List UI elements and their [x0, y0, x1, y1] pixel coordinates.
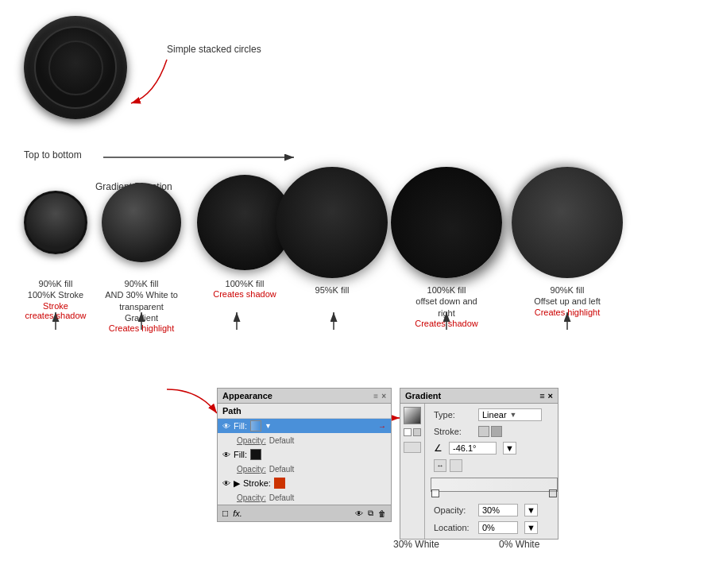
gradient-preview-col — [400, 404, 425, 539]
fill-arrow-indicator: → — [378, 422, 386, 431]
type-dropdown-arrow: ▼ — [510, 411, 517, 419]
visibility-eye-3[interactable]: 👁 — [222, 479, 230, 488]
panel-dup-btn[interactable]: ⧉ — [368, 509, 373, 518]
opacity-label-2: Opacity: — [237, 465, 266, 474]
gradient-collapse-btn[interactable]: ≡ — [539, 391, 544, 400]
fill-dropdown-1[interactable]: ▼ — [265, 422, 272, 430]
gradient-icon-row — [404, 428, 421, 436]
trans-stop-icon — [413, 428, 421, 436]
reverse-icon-1[interactable]: ↔ — [434, 459, 446, 472]
opacity-label-1: Opacity: — [237, 436, 266, 445]
circle-1-label: 90%K fill100%K Stroke — [28, 278, 83, 301]
circle-3-red-label: Creates shadow — [213, 289, 276, 299]
fill-swatch-2 — [250, 449, 261, 460]
opacity-g-value: 30% — [482, 505, 500, 515]
angle-dropdown[interactable]: ▼ — [503, 442, 516, 455]
stroke-g-row: Stroke: — [427, 424, 561, 439]
circle-5-group: 100%K filloffset down and right Creates … — [391, 167, 502, 328]
gradient-stop-left[interactable] — [431, 489, 439, 497]
reverse-row: ↔ — [427, 457, 561, 474]
gradient-settings: Type: Linear ▼ Stroke: ∠ -4 — [425, 404, 563, 539]
panel-eye-btn[interactable]: 👁 — [355, 509, 363, 518]
stroke-icons — [478, 426, 502, 437]
opacity-value-2: Default — [269, 465, 295, 474]
stroke-g-label: Stroke: — [434, 427, 473, 436]
stroke-swatch — [274, 478, 285, 489]
gradient-bar — [431, 478, 558, 492]
location-dropdown[interactable]: ▼ — [524, 521, 538, 534]
label-top-to-bottom: Top to bottom — [24, 149, 82, 161]
location-row: Location: 0% ▼ — [427, 519, 561, 536]
circle-2 — [102, 183, 181, 262]
stroke-icon-2 — [491, 426, 502, 437]
stroke-row[interactable]: 👁 ▶ Stroke: — [218, 476, 391, 490]
location-label: Location: — [434, 523, 473, 532]
path-label: Path — [222, 406, 242, 416]
main-container: Simple stacked circles Top to bottom Gra… — [0, 0, 715, 588]
visibility-eye-1[interactable]: 👁 — [222, 422, 230, 431]
circle-5-label: 100%K filloffset down and right — [407, 284, 486, 319]
panel-path-row: Path — [218, 404, 391, 419]
gradient-close-btn[interactable]: × — [548, 391, 553, 400]
gradient-stop-right[interactable] — [549, 489, 557, 497]
fill-opacity-row-2: Opacity: Default — [218, 462, 391, 476]
circle-1-group: 90%K fill100%K Stroke Strokecreates shad… — [24, 191, 87, 320]
circle-3-label: 100%K fill — [226, 278, 265, 289]
stacked-circle — [24, 16, 127, 119]
label-30-white: 30% White — [393, 539, 439, 550]
angle-input[interactable]: -46.1° — [449, 442, 497, 455]
opacity-label-3: Opacity: — [237, 493, 266, 502]
circle-1-red-label: Strokecreates shadow — [25, 301, 86, 320]
opacity-row-g: Opacity: 30% ▼ — [427, 501, 561, 519]
panel-del-btn[interactable]: 🗑 — [378, 509, 386, 518]
circle-6-group: 90%K fillOffset up and left Creates high… — [512, 167, 623, 317]
circle-2-label: 90%K fillAND 30% White totransparent Gra… — [102, 278, 181, 323]
gradient-bar-area — [427, 474, 561, 501]
gradient-panel-header: Gradient ≡ × — [400, 389, 558, 404]
type-select[interactable]: Linear ▼ — [478, 408, 542, 421]
type-value: Linear — [482, 410, 507, 420]
circle-6-label: 90%K fillOffset up and left — [534, 284, 601, 308]
circle-4-group: 95%K fill — [276, 167, 388, 296]
angle-value: -46.1° — [453, 443, 476, 453]
circle-2-red-label: Creates highlight — [109, 323, 175, 333]
angle-row: ∠ -46.1° ▼ — [427, 439, 561, 457]
reverse-icons: ↔ — [434, 459, 462, 472]
stroke-label: Stroke: — [243, 478, 271, 488]
reverse-icon-2[interactable] — [450, 459, 462, 472]
appearance-title: Appearance — [222, 391, 272, 400]
visibility-eye-2[interactable]: 👁 — [222, 451, 230, 459]
fill-row-1[interactable]: 👁 Fill: ▼ → — [218, 419, 391, 433]
panel-fx-btn[interactable]: fx. — [233, 509, 242, 518]
type-row: Type: Linear ▼ — [427, 406, 561, 424]
circle-4-label: 95%K fill — [315, 284, 350, 296]
angle-icon: ∠ — [434, 443, 443, 454]
stroke-opacity-row: Opacity: Default — [218, 490, 391, 505]
fill-row-2[interactable]: 👁 Fill: — [218, 447, 391, 462]
location-input[interactable]: 0% — [478, 521, 518, 534]
opacity-dropdown[interactable]: ▼ — [524, 504, 538, 516]
panel-collapse-btn[interactable]: ≡ — [373, 392, 378, 400]
fill-swatch-1 — [250, 420, 261, 431]
opacity-input[interactable]: 30% — [478, 504, 518, 516]
gradient-more-icon — [404, 442, 421, 453]
panel-header-buttons: ≡ × — [373, 392, 386, 400]
fill-label-1: Fill: — [234, 421, 247, 431]
location-value: 0% — [482, 523, 495, 532]
panel-footer: □ fx. 👁 ⧉ 🗑 — [218, 505, 391, 521]
gradient-preview — [404, 407, 421, 424]
opacity-g-label: Opacity: — [434, 505, 473, 515]
circle-4 — [276, 167, 388, 278]
gradient-panel: Gradient ≡ × Type: Linear — [400, 388, 558, 540]
circle-2-group: 90%K fillAND 30% White totransparent Gra… — [102, 183, 181, 333]
stacked-circle-demo — [24, 16, 127, 119]
panel-close-btn[interactable]: × — [381, 392, 386, 400]
circle-5-red-label: Creates shadow — [415, 319, 478, 328]
white-stop-icon — [404, 428, 412, 436]
gradient-header-btns: ≡ × — [539, 391, 553, 400]
opacity-value-1: Default — [269, 436, 295, 445]
circle-5 — [391, 167, 502, 278]
label-simple-stacked: Simple stacked circles — [167, 44, 261, 55]
stroke-icon-1 — [478, 426, 489, 437]
panel-new-btn[interactable]: □ — [222, 508, 228, 519]
